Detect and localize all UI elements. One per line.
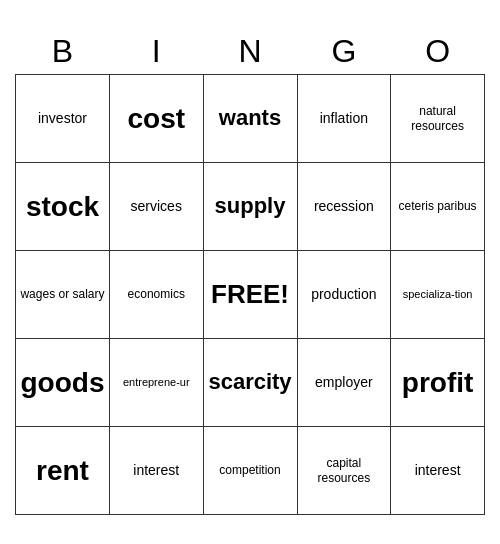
cell-r1-c1: services <box>109 163 203 251</box>
cell-r4-c4: interest <box>391 427 485 515</box>
cell-r0-c4: natural resources <box>391 75 485 163</box>
cell-r0-c1: cost <box>109 75 203 163</box>
cell-r2-c1: economics <box>109 251 203 339</box>
cell-r3-c0: goods <box>16 339 110 427</box>
cell-r3-c1: entreprene-ur <box>109 339 203 427</box>
cell-r4-c2: competition <box>203 427 297 515</box>
header-N: N <box>203 29 297 75</box>
cell-r3-c4: profit <box>391 339 485 427</box>
cell-r0-c2: wants <box>203 75 297 163</box>
cell-r1-c0: stock <box>16 163 110 251</box>
cell-r3-c2: scarcity <box>203 339 297 427</box>
cell-r2-c0: wages or salary <box>16 251 110 339</box>
cell-r1-c2: supply <box>203 163 297 251</box>
cell-r3-c3: employer <box>297 339 391 427</box>
header-B: B <box>16 29 110 75</box>
cell-r2-c3: production <box>297 251 391 339</box>
cell-r4-c1: interest <box>109 427 203 515</box>
cell-r1-c3: recession <box>297 163 391 251</box>
header-I: I <box>109 29 203 75</box>
header-O: O <box>391 29 485 75</box>
cell-r4-c0: rent <box>16 427 110 515</box>
cell-r1-c4: ceteris paribus <box>391 163 485 251</box>
cell-r0-c0: investor <box>16 75 110 163</box>
cell-r2-c2: FREE! <box>203 251 297 339</box>
cell-r2-c4: specializa-tion <box>391 251 485 339</box>
cell-r0-c3: inflation <box>297 75 391 163</box>
bingo-card: BINGO investorcostwantsinflationnatural … <box>15 29 485 515</box>
header-G: G <box>297 29 391 75</box>
cell-r4-c3: capital resources <box>297 427 391 515</box>
